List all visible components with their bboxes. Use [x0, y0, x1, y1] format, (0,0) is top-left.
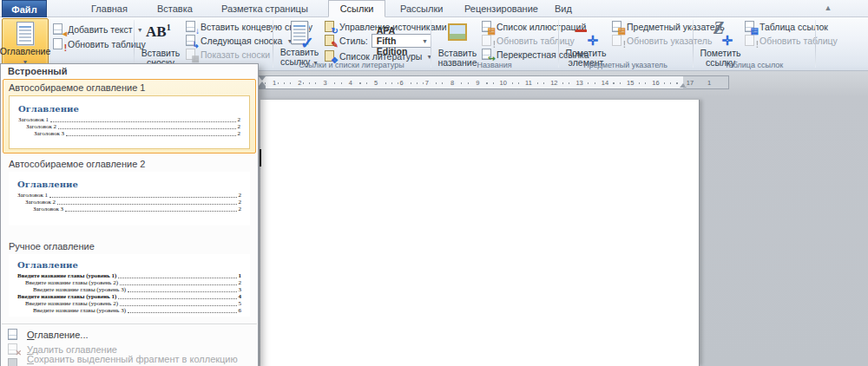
- gallery-item-auto-toc-2[interactable]: Автособираемое оглавление 2 Оглавление З…: [3, 155, 256, 230]
- ribbon-tab-bar: Файл Главная Вставка Разметка страницы С…: [0, 0, 868, 17]
- ruler-number: 12: [549, 80, 559, 87]
- ruler-number: 1: [271, 80, 278, 87]
- toc-entry: Введите название главы (уровень 1)1: [17, 272, 241, 279]
- gallery-item-auto-toc-1[interactable]: Автособираемое оглавление 1 Оглавление З…: [3, 79, 256, 154]
- ruler-number: 8: [449, 80, 456, 87]
- menu-item-save-selection-to-gallery[interactable]: Сохранить выделенный фрагмент в коллекци…: [1, 356, 258, 366]
- ruler-number: 11: [523, 80, 534, 87]
- group-footnotes: AB1 Вставить сноску ↓ Вставить концевую …: [135, 17, 273, 70]
- insert-caption-icon: [444, 21, 470, 47]
- toc-entry: Введите название главы (уровень 3)6: [33, 307, 241, 314]
- ruler-number: 4: [347, 80, 354, 87]
- next-footnote-label: Следующая сноска: [201, 36, 282, 46]
- toc-entry: Заголовок 32: [33, 206, 241, 212]
- toc-button-label: Оглавление: [0, 47, 50, 56]
- add-text-icon: ◂: [52, 23, 64, 36]
- ruler-number: 5: [372, 80, 379, 87]
- ruler-number: 17: [685, 80, 695, 87]
- ruler-number: 14: [600, 80, 610, 87]
- endnote-icon: ↓: [185, 21, 197, 33]
- ruler-number: 13: [574, 80, 584, 87]
- ruler-number: 16: [650, 80, 661, 87]
- toc-preview-heading: Оглавление: [17, 180, 241, 189]
- text-cursor: [260, 149, 261, 167]
- group-separator: [815, 20, 816, 68]
- group-captions: Вставить название ▤ Список иллюстраций !…: [431, 17, 559, 70]
- document-page[interactable]: [260, 100, 700, 366]
- citation-style-select[interactable]: APA Fifth Edition ▼: [372, 34, 431, 48]
- ruler-number: 10: [498, 80, 509, 87]
- menu-separator: [2, 324, 257, 324]
- insert-toa-icon: ▤: [744, 21, 756, 33]
- toc-dialog-icon: [7, 329, 19, 341]
- gallery-item-title: Ручное оглавление: [7, 239, 252, 254]
- show-notes-label: Показать сноски: [201, 49, 270, 60]
- minimize-ribbon-icon[interactable]: ▲: [821, 3, 835, 14]
- group-table-of-contents: Оглавление ▼ ◂ Добавить текст ▼ ! Обнови…: [0, 17, 135, 70]
- toc-entry: Заголовок 22: [26, 123, 240, 130]
- indent-markers-left[interactable]: [258, 76, 266, 88]
- insert-toa-label: Таблица ссылок: [760, 22, 828, 32]
- group-label-citations: Ссылки и списки литературы: [273, 61, 430, 69]
- show-notes-button[interactable]: ▦ Показать сноски: [185, 49, 270, 61]
- toc-entry: Введите название главы (уровень 1)4: [17, 293, 241, 300]
- tab-mailings[interactable]: Рассылки: [392, 0, 450, 17]
- horizontal-ruler[interactable]: 12345678910111213141516171: [257, 75, 729, 89]
- gallery-section-header: Встроенный: [1, 64, 258, 79]
- remove-toc-icon: ✕: [7, 343, 19, 356]
- tab-review[interactable]: Рецензирование: [457, 0, 546, 17]
- toc-gallery-button[interactable]: Оглавление ▼: [2, 18, 49, 68]
- toc-preview: Оглавление Введите название главы (урове…: [9, 254, 250, 317]
- gallery-item-manual-toc[interactable]: Ручное оглавление Оглавление Введите наз…: [3, 238, 256, 321]
- toc-entry: Введите название главы (уровень 2)5: [25, 300, 241, 307]
- toc-preview-heading: Оглавление: [17, 260, 241, 270]
- update-toc-button[interactable]: ! Обновить таблицу: [52, 38, 146, 50]
- tab-file[interactable]: Файл: [2, 0, 47, 17]
- gallery-item-title: Автособираемое оглавление 1: [7, 81, 252, 95]
- toc-icon: [12, 22, 38, 45]
- save-selection-icon: [7, 358, 19, 366]
- update-toa-label: Обновить таблицу: [760, 36, 838, 46]
- update-toa-button[interactable]: ! Обновить таблицу: [744, 35, 838, 47]
- menu-item-label: Сохранить выделенный фрагмент в коллекци…: [27, 354, 258, 366]
- group-label-toa: Таблица ссылок: [694, 61, 814, 69]
- group-toa: Z✛ Пометить ссылку ▤ Таблица ссылок ! Об…: [694, 17, 816, 70]
- insert-citation-icon: ✓: [286, 21, 312, 46]
- gallery-item-title: Автособираемое оглавление 2: [7, 157, 252, 172]
- insert-footnote-button[interactable]: AB1 Вставить сноску: [137, 18, 184, 68]
- toc-gallery-dropdown: Встроенный Автособираемое оглавление 1 О…: [0, 63, 259, 366]
- toc-entry: Заголовок 12: [18, 116, 240, 123]
- menu-item-label: Оглавление...: [27, 330, 89, 340]
- toc-entry: Заголовок 22: [25, 199, 241, 206]
- update-index-icon: !: [611, 35, 623, 47]
- table-of-figures-icon: ▤: [481, 21, 493, 33]
- footnote-ab1-icon: AB1: [146, 21, 175, 47]
- style-combo-row: ✎ Стиль: APA Fifth Edition ▼: [324, 34, 431, 48]
- chevron-down-icon: ▼: [422, 38, 428, 44]
- update-table-icon: !: [52, 38, 64, 50]
- toc-preview-heading: Оглавление: [18, 104, 240, 114]
- ruler-number: 3: [322, 80, 329, 87]
- tab-view[interactable]: Вид: [547, 0, 580, 17]
- menu-item-insert-toc[interactable]: Оглавление...: [1, 327, 258, 342]
- update-toa-icon: !: [744, 35, 756, 47]
- toc-entry: Заголовок 12: [17, 192, 241, 199]
- manage-sources-icon: ↻: [324, 21, 336, 33]
- next-footnote-icon: ↳: [185, 35, 197, 47]
- toc-preview: Оглавление Заголовок 12 Заголовок 22 Заг…: [9, 95, 250, 149]
- tab-home[interactable]: Главная: [83, 0, 135, 17]
- tab-insert[interactable]: Вставка: [149, 0, 201, 17]
- tab-page-layout[interactable]: Разметка страницы: [214, 0, 316, 17]
- mark-citation-icon: Z✛: [707, 21, 733, 47]
- ruler-number: 6: [398, 80, 404, 87]
- toc-preview: Оглавление Заголовок 12 Заголовок 22 Заг…: [9, 172, 250, 225]
- ruler-number: 2: [296, 80, 303, 87]
- ruler-number: 7: [424, 80, 431, 87]
- group-label-captions: Названия: [431, 61, 557, 69]
- tab-references[interactable]: Ссылки: [328, 0, 385, 17]
- insert-index-icon: ▤: [611, 21, 623, 33]
- ruler-number: 15: [625, 80, 635, 87]
- group-citations: ✓ Вставить ссылку ▼ ↻ Управление источни…: [273, 17, 431, 70]
- add-text-button[interactable]: ◂ Добавить текст ▼: [52, 23, 143, 36]
- group-label-index: Предметный указатель: [559, 61, 692, 69]
